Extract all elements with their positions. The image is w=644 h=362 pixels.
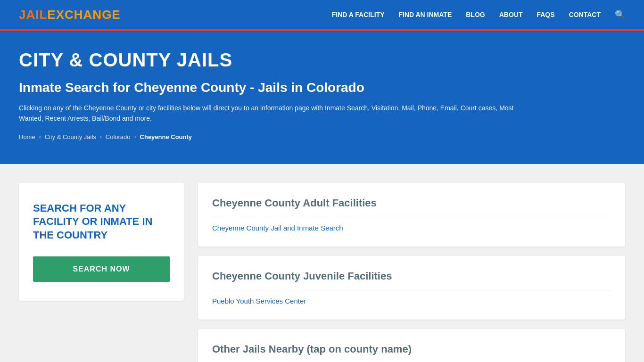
search-panel-title: SEARCH FOR ANY FACILITY OR INMATE IN THE… <box>33 202 170 242</box>
main-content: SEARCH FOR ANY FACILITY OR INMATE IN THE… <box>0 164 644 362</box>
blog-link[interactable]: BLOG <box>466 11 485 18</box>
main-nav: JAILEXCHANGE FIND A FACILITY FIND AN INM… <box>0 0 644 31</box>
search-icon[interactable]: 🔍 <box>615 9 625 20</box>
breadcrumb: Home › City & County Jails › Colorado › … <box>19 133 625 140</box>
breadcrumb-sep-2: › <box>100 133 102 140</box>
adult-facilities-card: Cheyenne County Adult Facilities Cheyenn… <box>198 183 625 247</box>
faqs-link[interactable]: FAQs <box>537 11 554 18</box>
breadcrumb-current: Cheyenne County <box>140 133 192 140</box>
hero-section: CITY & COUNTY JAILS Inmate Search for Ch… <box>0 31 644 164</box>
logo-part1: JAIL <box>19 8 47 22</box>
nav-links: FIND A FACILITY FIND AN INMATE BLOG ABOU… <box>332 9 625 20</box>
breadcrumb-sep-1: › <box>39 133 41 140</box>
about-link[interactable]: ABOUT <box>499 11 523 18</box>
cheyenne-county-jail-link[interactable]: Cheyenne County Jail and Inmate Search <box>212 224 343 232</box>
find-facility-link[interactable]: FIND A FACILITY <box>332 11 385 18</box>
logo-part2: EXCHANGE <box>47 8 120 22</box>
hero-subtitle: Inmate Search for Cheyenne County - Jail… <box>19 80 625 95</box>
breadcrumb-home[interactable]: Home <box>19 133 35 140</box>
breadcrumb-city-county[interactable]: City & County Jails <box>45 133 96 140</box>
breadcrumb-sep-3: › <box>134 133 136 140</box>
other-jails-card: Other Jails Nearby (tap on county name) <box>198 329 625 362</box>
page-title: CITY & COUNTY JAILS <box>19 49 625 71</box>
find-inmate-link[interactable]: FIND AN INMATE <box>398 11 452 18</box>
breadcrumb-state[interactable]: Colorado <box>106 133 131 140</box>
contact-link[interactable]: CONTACT <box>569 11 601 18</box>
adult-divider <box>212 217 611 217</box>
juvenile-divider <box>212 290 611 290</box>
juvenile-facilities-card: Cheyenne County Juvenile Facilities Pueb… <box>198 256 625 320</box>
search-now-button[interactable]: SEARCH NOW <box>33 256 170 282</box>
facilities-panel: Cheyenne County Adult Facilities Cheyenn… <box>198 183 625 362</box>
other-jails-title: Other Jails Nearby (tap on county name) <box>212 343 611 355</box>
hero-description: Clicking on any of the Cheyenne County o… <box>19 103 537 124</box>
logo[interactable]: JAILEXCHANGE <box>19 8 121 22</box>
adult-facilities-title: Cheyenne County Adult Facilities <box>212 197 611 209</box>
pueblo-youth-link[interactable]: Pueblo Youth Services Center <box>212 297 306 305</box>
search-panel: SEARCH FOR ANY FACILITY OR INMATE IN THE… <box>19 183 184 301</box>
juvenile-facilities-title: Cheyenne County Juvenile Facilities <box>212 270 611 282</box>
